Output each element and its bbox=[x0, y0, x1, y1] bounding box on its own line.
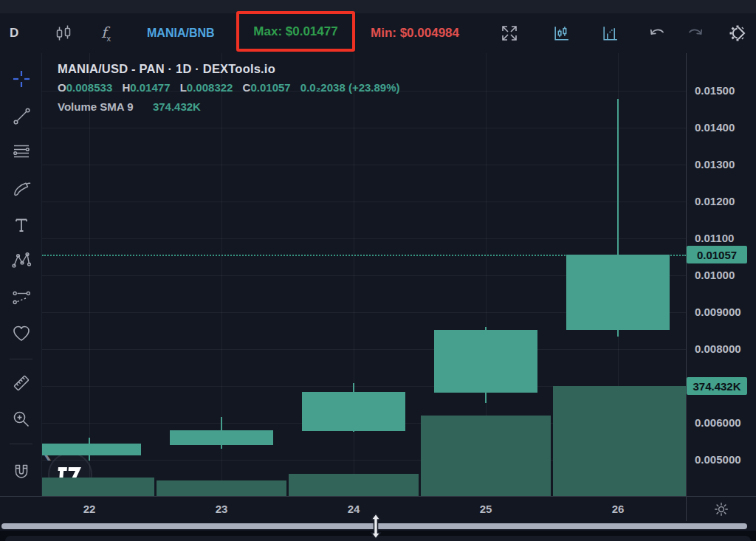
fullscreen-arrows-icon bbox=[500, 24, 519, 43]
time-axis[interactable]: 2223242526 bbox=[0, 496, 686, 521]
tools-divider bbox=[10, 444, 32, 444]
candlestick-style-button[interactable] bbox=[55, 13, 72, 53]
crosshair-icon bbox=[11, 69, 32, 89]
price-axis[interactable]: 0.015000.014000.013000.012000.011000.010… bbox=[686, 53, 756, 496]
zoom-in-icon bbox=[11, 409, 32, 430]
volume-sma-label: Volume SMA 9 bbox=[58, 100, 134, 113]
price-axis-label: 0.01500 bbox=[695, 84, 735, 97]
candle-body bbox=[302, 392, 405, 431]
fib-retracement-tool-button[interactable] bbox=[7, 138, 35, 166]
ohlc-row: O0.008533 H0.01477 L0.008322 C0.01057 0.… bbox=[58, 81, 400, 94]
ruler-icon bbox=[11, 373, 32, 393]
crosshair-tool-button[interactable] bbox=[7, 65, 35, 93]
bar-chart-icon bbox=[601, 24, 619, 43]
theme-sun-icon[interactable] bbox=[713, 501, 729, 517]
candle-body bbox=[566, 255, 670, 330]
horizontal-gridline bbox=[42, 349, 686, 350]
top-toolbar: D fx MANIA/BNB Min: $0.004984 bbox=[0, 13, 756, 53]
tools-divider bbox=[10, 359, 32, 359]
volume-bar bbox=[553, 386, 686, 496]
volume-bar bbox=[289, 474, 419, 496]
undo-arrow-icon bbox=[647, 24, 667, 42]
axis-corner bbox=[686, 496, 756, 521]
gear-icon bbox=[726, 21, 750, 45]
horizontal-gridline bbox=[42, 201, 686, 202]
price-axis-label: 0.01100 bbox=[695, 232, 734, 245]
volume-sma-value: 374.432K bbox=[153, 100, 201, 113]
min-price-label: Min: $0.004984 bbox=[371, 13, 459, 53]
price-axis-label: 0.01300 bbox=[695, 158, 735, 171]
text-tool-button[interactable] bbox=[7, 211, 35, 239]
chart-legend: MANIA/USD - PAN · 1D · DEXTools.io O0.00… bbox=[58, 62, 400, 113]
heart-icon bbox=[11, 323, 32, 344]
window-top-strip bbox=[0, 0, 756, 13]
horizontal-gridline bbox=[42, 238, 686, 239]
projection-icon bbox=[11, 288, 32, 309]
indicators-button[interactable]: fx bbox=[101, 13, 111, 53]
undo-button[interactable] bbox=[647, 13, 667, 53]
horizontal-gridline bbox=[42, 128, 686, 128]
volume-row: Volume SMA 9 374.432K bbox=[58, 100, 400, 113]
chart-window: D fx MANIA/BNB Min: $0.004984 bbox=[0, 0, 756, 541]
chart-pane[interactable]: MANIA/USD - PAN · 1D · DEXTools.io O0.00… bbox=[42, 53, 686, 496]
price-chart-panel-button[interactable] bbox=[552, 13, 571, 53]
emoji-tool-button[interactable] bbox=[7, 320, 35, 348]
brush-icon bbox=[11, 179, 32, 199]
max-price-highlight-box: Max: $0.01477 bbox=[236, 11, 355, 52]
time-axis-label: 26 bbox=[603, 503, 633, 515]
fullscreen-button[interactable] bbox=[500, 13, 519, 53]
redo-button[interactable] bbox=[686, 13, 705, 53]
function-fx-icon: fx bbox=[101, 24, 111, 43]
change-value: 0.0₂2038 (+23.89%) bbox=[300, 81, 400, 94]
xabcd-pattern-tool-button[interactable] bbox=[7, 247, 35, 275]
price-axis-label: 0.005000 bbox=[695, 453, 741, 466]
pane-resize-handle[interactable] bbox=[367, 512, 385, 540]
magnet-tool-button[interactable] bbox=[7, 458, 35, 486]
time-axis-label: 22 bbox=[75, 503, 104, 515]
brush-tool-button[interactable] bbox=[7, 175, 35, 203]
volume-bar bbox=[421, 416, 551, 496]
candle-body bbox=[434, 330, 537, 393]
candle-body bbox=[42, 444, 141, 455]
time-axis-label: 23 bbox=[207, 503, 236, 515]
time-axis-label: 24 bbox=[339, 503, 368, 515]
horizontal-gridline bbox=[42, 165, 686, 165]
vertical-gridline bbox=[89, 53, 90, 496]
current-price-badge: 0.01057 bbox=[687, 246, 747, 263]
current-volume-badge: 374.432K bbox=[687, 377, 747, 395]
horizontal-lines-icon bbox=[11, 142, 32, 162]
price-axis-label: 0.009000 bbox=[695, 306, 741, 319]
chart-title: MANIA/USD - PAN · 1D · DEXTools.io bbox=[58, 62, 400, 76]
price-axis-label: 0.01200 bbox=[695, 195, 735, 208]
magnet-icon bbox=[11, 462, 32, 483]
measure-tool-button[interactable] bbox=[7, 369, 35, 397]
price-axis-label: 0.008000 bbox=[695, 342, 741, 356]
candlestick-icon bbox=[55, 24, 72, 42]
volume-chart-panel-button[interactable] bbox=[601, 13, 619, 53]
price-axis-label: 0.01000 bbox=[695, 269, 735, 282]
price-axis-label: 0.01400 bbox=[695, 121, 735, 134]
xabcd-pattern-icon bbox=[11, 250, 32, 271]
zoom-in-tool-button[interactable] bbox=[7, 405, 35, 433]
projection-tool-button[interactable] bbox=[7, 284, 35, 312]
candle-chart-icon bbox=[552, 24, 571, 43]
redo-arrow-icon bbox=[686, 24, 705, 42]
pair-symbol-button[interactable]: MANIA/BNB bbox=[147, 13, 215, 53]
price-axis-label: 0.006000 bbox=[695, 416, 741, 430]
interval-button[interactable]: D bbox=[10, 13, 18, 53]
trend-line-icon bbox=[12, 106, 32, 126]
settings-button[interactable] bbox=[726, 13, 750, 53]
candle-body bbox=[170, 430, 273, 445]
max-price-label: Max: $0.01477 bbox=[253, 24, 337, 39]
volume-bar bbox=[42, 478, 154, 496]
text-icon bbox=[12, 216, 31, 235]
time-axis-label: 25 bbox=[471, 503, 501, 515]
volume-bar bbox=[157, 480, 286, 496]
trend-line-tool-button[interactable] bbox=[7, 102, 35, 130]
drawing-tools-panel bbox=[0, 53, 42, 520]
